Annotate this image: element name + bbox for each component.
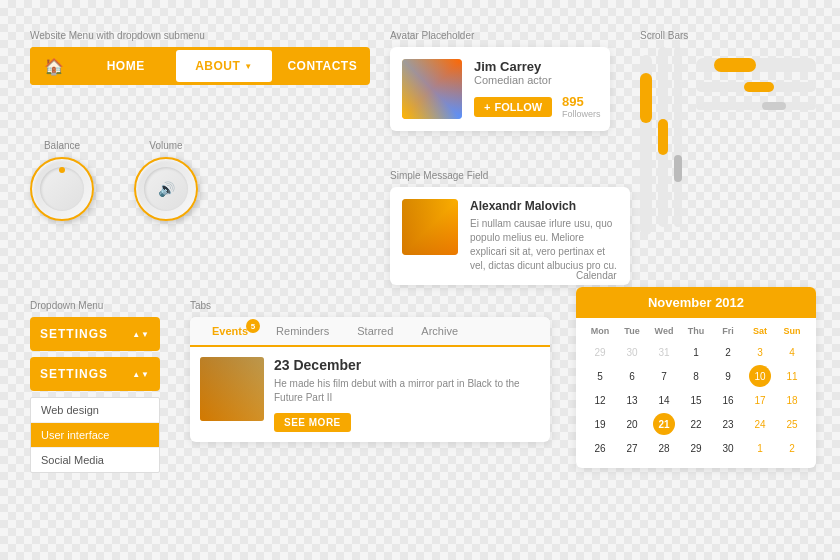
tab-content: 23 December He made his film debut with … — [190, 347, 550, 442]
cal-day[interactable]: 29 — [589, 341, 611, 363]
see-more-button[interactable]: SEE MORE — [274, 413, 351, 432]
cal-day[interactable]: 20 — [621, 413, 643, 435]
scrollbar-thumb-h1 — [714, 58, 756, 72]
nav-home-button[interactable]: 🏠 — [30, 47, 78, 85]
cal-day[interactable]: 6 — [621, 365, 643, 387]
dropdown-button-2[interactable]: SETTINGS ▲▼ — [30, 357, 160, 391]
scrollbar-horizontal-1[interactable] — [696, 58, 816, 72]
message-author: Alexandr Malovich — [470, 199, 618, 213]
scrollbar-horizontal-3[interactable] — [696, 102, 816, 110]
plus-icon: + — [484, 101, 490, 113]
calendar-title: November 2012 — [648, 295, 744, 310]
avatar-name: Jim Carrey — [474, 59, 601, 74]
volume-knob-container: Volume 🔊 — [134, 140, 198, 221]
cal-day[interactable]: 17 — [749, 389, 771, 411]
cal-day-today[interactable]: 21 — [653, 413, 675, 435]
navbar-label: Website Menu with dropdown submenu — [30, 30, 370, 41]
cal-day[interactable]: 11 — [781, 365, 803, 387]
message-section: Simple Message Field Alexandr Malovich E… — [390, 170, 630, 285]
cal-day[interactable]: 1 — [685, 341, 707, 363]
cal-day[interactable]: 18 — [781, 389, 803, 411]
followers-info: 895 Followers — [562, 94, 601, 119]
cal-day[interactable]: 24 — [749, 413, 771, 435]
cal-day[interactable]: 27 — [621, 437, 643, 459]
message-body: Ei nullam causae irlure usu, quo populo … — [470, 217, 618, 273]
avatar-label: Avatar Placeholder — [390, 30, 610, 41]
cal-day[interactable]: 10 — [749, 365, 771, 387]
tab-starred[interactable]: Starred — [343, 317, 407, 345]
tabs-header: Events 5 Reminders Starred Archive — [190, 317, 550, 347]
tabs-label: Tabs — [190, 300, 550, 311]
tab-badge: 5 — [246, 319, 260, 333]
dropdown-item-ui[interactable]: User interface — [31, 423, 159, 448]
knob-inner-volume: 🔊 — [144, 167, 188, 211]
nav-home-item[interactable]: HOME — [78, 47, 173, 85]
balance-knob[interactable] — [30, 157, 94, 221]
calendar-container: November 2012 Mon Tue Wed Thu Fri Sat Su… — [576, 287, 816, 468]
cal-day[interactable]: 25 — [781, 413, 803, 435]
message-content: Alexandr Malovich Ei nullam causae irlur… — [470, 199, 618, 273]
dropdown-item-social[interactable]: Social Media — [31, 448, 159, 472]
calendar-days-header: Mon Tue Wed Thu Fri Sat Sun — [584, 326, 808, 336]
cal-day[interactable]: 16 — [717, 389, 739, 411]
cal-day[interactable]: 1 — [749, 437, 771, 459]
dropdown-label: Dropdown Menu — [30, 300, 160, 311]
balance-label: Balance — [44, 140, 80, 151]
cal-day[interactable]: 30 — [621, 341, 643, 363]
event-info: 23 December He made his film debut with … — [274, 357, 540, 432]
volume-knob[interactable]: 🔊 — [134, 157, 198, 221]
cal-day[interactable]: 3 — [749, 341, 771, 363]
dropdown-item-webdesign[interactable]: Web design — [31, 398, 159, 423]
cal-day[interactable]: 2 — [717, 341, 739, 363]
cal-day[interactable]: 28 — [653, 437, 675, 459]
cal-day[interactable]: 15 — [685, 389, 707, 411]
dropdown-button-1[interactable]: SETTINGS ▲▼ — [30, 317, 160, 351]
calendar-header: November 2012 — [576, 287, 816, 318]
scrollbar-thumb-h2 — [744, 82, 774, 92]
cal-day[interactable]: 29 — [685, 437, 707, 459]
knobs-section: Balance Volume 🔊 — [30, 140, 198, 221]
cal-day[interactable]: 30 — [717, 437, 739, 459]
cal-day[interactable]: 12 — [589, 389, 611, 411]
avatar-info: Jim Carrey Comedian actor + FOLLOW 895 F… — [474, 59, 601, 119]
cal-day[interactable]: 7 — [653, 365, 675, 387]
scrollbar-horizontal-2[interactable] — [696, 82, 816, 92]
cal-day[interactable]: 4 — [781, 341, 803, 363]
cal-day[interactable]: 5 — [589, 365, 611, 387]
cal-day[interactable]: 22 — [685, 413, 707, 435]
tabs-section: Tabs Events 5 Reminders Starred Archive … — [190, 300, 550, 442]
cal-day[interactable]: 9 — [717, 365, 739, 387]
cal-day[interactable]: 13 — [621, 389, 643, 411]
nav-contacts-item[interactable]: CONTACTS — [275, 47, 370, 85]
avatar-title: Comedian actor — [474, 74, 601, 86]
cal-day[interactable]: 14 — [653, 389, 675, 411]
cal-day[interactable]: 8 — [685, 365, 707, 387]
calendar-days: 29 30 31 1 2 3 4 5 6 7 8 9 10 11 12 13 1… — [584, 340, 808, 460]
avatar-section: Avatar Placeholder Jim Carrey Comedian a… — [390, 30, 610, 131]
scrollbar-thumb-v1 — [640, 73, 652, 123]
tabs-container: Events 5 Reminders Starred Archive 23 De… — [190, 317, 550, 442]
cal-day[interactable]: 2 — [781, 437, 803, 459]
tab-reminders[interactable]: Reminders — [262, 317, 343, 345]
avatar-card: Jim Carrey Comedian actor + FOLLOW 895 F… — [390, 47, 610, 131]
scrollbar-thumb-v2 — [658, 119, 668, 155]
scrollbar-thumb-v3 — [674, 155, 682, 182]
followers-count: 895 — [562, 94, 601, 109]
cal-day[interactable]: 19 — [589, 413, 611, 435]
scrollbar-thumb-h3 — [762, 102, 786, 110]
nav-about-item[interactable]: ABOUT ▼ — [176, 50, 271, 82]
tab-events[interactable]: Events 5 — [198, 317, 262, 347]
cal-day[interactable]: 26 — [589, 437, 611, 459]
scrollbar-vertical-1[interactable] — [640, 55, 652, 235]
cal-day[interactable]: 23 — [717, 413, 739, 435]
knob-inner — [40, 167, 84, 211]
scrollbar-vertical-2[interactable] — [658, 47, 668, 227]
follow-button[interactable]: + FOLLOW — [474, 97, 552, 117]
avatar-actions: + FOLLOW 895 Followers — [474, 94, 601, 119]
cal-day[interactable]: 31 — [653, 341, 675, 363]
message-image — [402, 199, 458, 255]
scrollbar-vertical-3[interactable] — [674, 47, 682, 227]
tab-archive[interactable]: Archive — [407, 317, 472, 345]
dropdown-arrows-icon: ▲▼ — [132, 330, 150, 339]
chevron-down-icon: ▼ — [244, 62, 252, 71]
